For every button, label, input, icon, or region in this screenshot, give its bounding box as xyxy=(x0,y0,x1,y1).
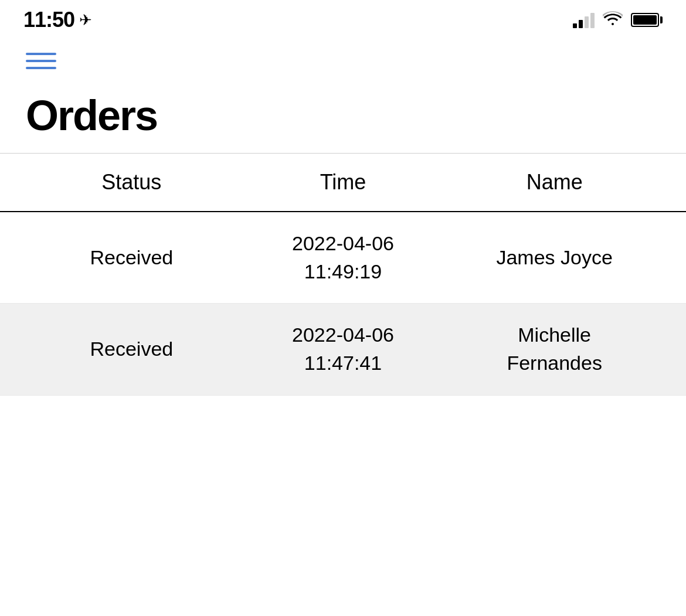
battery-icon xyxy=(631,13,663,27)
page-title-container: Orders xyxy=(0,81,686,153)
hamburger-line-3 xyxy=(26,67,56,69)
signal-bars-icon xyxy=(573,12,595,28)
wifi-icon xyxy=(603,10,623,30)
page-title: Orders xyxy=(26,93,660,139)
cell-name-1: James Joyce xyxy=(449,244,660,272)
cell-name-2: MichelleFernandes xyxy=(449,321,660,377)
cell-time-2: 2022-04-0611:47:41 xyxy=(237,321,449,377)
status-bar-right xyxy=(573,10,663,30)
cell-status-1: Received xyxy=(26,244,237,272)
status-bar: 11:50 ✈ xyxy=(0,0,686,35)
column-header-status: Status xyxy=(26,170,237,195)
hamburger-line-2 xyxy=(26,60,56,62)
hamburger-line-1 xyxy=(26,53,56,55)
table-header: Status Time Name xyxy=(0,154,686,212)
cell-time-1: 2022-04-0611:49:19 xyxy=(237,230,449,285)
cell-status-2: Received xyxy=(26,335,237,363)
status-time: 11:50 xyxy=(23,8,74,32)
menu-button-container[interactable] xyxy=(0,35,686,81)
table-row[interactable]: Received 2022-04-0611:47:41 MichelleFern… xyxy=(0,304,686,395)
hamburger-icon[interactable] xyxy=(26,53,56,69)
location-icon: ✈ xyxy=(79,11,92,29)
column-header-time: Time xyxy=(237,170,449,195)
status-bar-left: 11:50 ✈ xyxy=(23,8,92,32)
column-header-name: Name xyxy=(449,170,660,195)
table-row[interactable]: Received 2022-04-0611:49:19 James Joyce xyxy=(0,212,686,304)
